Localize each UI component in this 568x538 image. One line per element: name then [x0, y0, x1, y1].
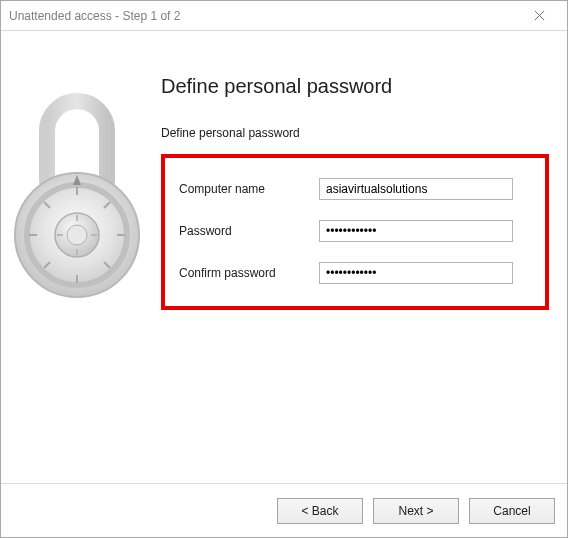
computer-name-label: Computer name — [179, 182, 319, 196]
password-input[interactable] — [319, 220, 513, 242]
confirm-password-input[interactable] — [319, 262, 513, 284]
titlebar: Unattended access - Step 1 of 2 — [1, 1, 567, 31]
dialog-footer: < Back Next > Cancel — [1, 483, 567, 537]
svg-point-13 — [67, 225, 87, 245]
window-title: Unattended access - Step 1 of 2 — [9, 9, 517, 23]
password-row: Password — [179, 220, 531, 242]
computer-name-input[interactable] — [319, 178, 513, 200]
page-heading: Define personal password — [161, 75, 547, 98]
next-button[interactable]: Next > — [373, 498, 459, 524]
computer-name-row: Computer name — [179, 178, 531, 200]
close-button[interactable] — [517, 4, 561, 28]
lock-illustration — [11, 71, 143, 303]
form-highlight-box: Computer name Password Confirm password — [161, 154, 549, 310]
content-area: Define personal password Define personal… — [161, 75, 547, 310]
back-button[interactable]: < Back — [277, 498, 363, 524]
dialog-window: Unattended access - Step 1 of 2 — [0, 0, 568, 538]
close-icon — [534, 10, 545, 21]
password-label: Password — [179, 224, 319, 238]
cancel-button[interactable]: Cancel — [469, 498, 555, 524]
padlock-icon — [11, 71, 143, 303]
page-subheading: Define personal password — [161, 126, 547, 140]
confirm-password-label: Confirm password — [179, 266, 319, 280]
confirm-password-row: Confirm password — [179, 262, 531, 284]
dialog-body: Define personal password Define personal… — [1, 31, 567, 483]
